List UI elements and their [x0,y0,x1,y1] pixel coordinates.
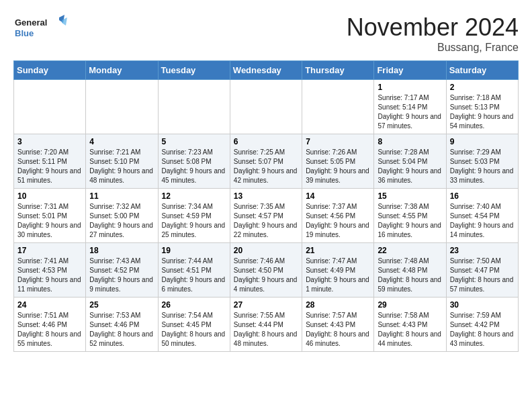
day-info: Sunrise: 7:58 AM Sunset: 4:43 PM Dayligh… [378,311,442,349]
day-number: 26 [162,300,226,310]
day-number: 20 [234,246,298,255]
day-cell: 26Sunrise: 7:54 AM Sunset: 4:45 PM Dayli… [158,298,230,352]
svg-text:Blue: Blue [15,28,34,38]
month-title: November 2024 [347,13,519,42]
week-row-5: 24Sunrise: 7:51 AM Sunset: 4:46 PM Dayli… [14,298,519,352]
day-cell: 19Sunrise: 7:44 AM Sunset: 4:51 PM Dayli… [158,243,230,298]
day-cell: 5Sunrise: 7:23 AM Sunset: 5:08 PM Daylig… [158,134,230,189]
day-number: 4 [89,137,154,146]
day-number: 30 [450,300,515,310]
day-info: Sunrise: 7:50 AM Sunset: 4:47 PM Dayligh… [450,257,515,294]
week-row-1: 1Sunrise: 7:17 AM Sunset: 5:14 PM Daylig… [14,80,519,134]
weekday-header-wednesday: Wednesday [230,61,302,80]
day-info: Sunrise: 7:57 AM Sunset: 4:43 PM Dayligh… [306,311,370,349]
day-info: Sunrise: 7:46 AM Sunset: 4:50 PM Dayligh… [234,257,298,294]
day-info: Sunrise: 7:17 AM Sunset: 5:14 PM Dayligh… [378,93,442,131]
day-info: Sunrise: 7:20 AM Sunset: 5:11 PM Dayligh… [17,148,82,185]
day-info: Sunrise: 7:48 AM Sunset: 4:48 PM Dayligh… [378,257,442,294]
day-number: 21 [306,246,370,255]
day-info: Sunrise: 7:38 AM Sunset: 4:55 PM Dayligh… [378,202,442,240]
logo-svg: General Blue [13,13,67,44]
day-number: 16 [450,191,515,201]
week-row-4: 17Sunrise: 7:41 AM Sunset: 4:53 PM Dayli… [14,243,519,298]
day-cell: 21Sunrise: 7:47 AM Sunset: 4:49 PM Dayli… [302,243,374,298]
weekday-header-monday: Monday [86,61,158,80]
day-info: Sunrise: 7:34 AM Sunset: 4:59 PM Dayligh… [162,202,226,240]
day-number: 5 [162,137,226,146]
day-cell: 2Sunrise: 7:18 AM Sunset: 5:13 PM Daylig… [446,80,518,134]
day-number: 15 [378,191,442,201]
day-number: 29 [378,300,442,310]
weekday-header-saturday: Saturday [446,61,518,80]
day-info: Sunrise: 7:53 AM Sunset: 4:46 PM Dayligh… [89,311,154,349]
weekday-header-thursday: Thursday [302,61,374,80]
day-number: 1 [378,83,442,92]
day-number: 10 [17,191,82,201]
day-cell: 23Sunrise: 7:50 AM Sunset: 4:47 PM Dayli… [446,243,518,298]
day-info: Sunrise: 7:32 AM Sunset: 5:00 PM Dayligh… [89,202,154,240]
day-cell: 9Sunrise: 7:29 AM Sunset: 5:03 PM Daylig… [446,134,518,189]
day-info: Sunrise: 7:44 AM Sunset: 4:51 PM Dayligh… [162,257,226,294]
day-cell: 10Sunrise: 7:31 AM Sunset: 5:01 PM Dayli… [14,189,86,243]
day-cell: 8Sunrise: 7:28 AM Sunset: 5:04 PM Daylig… [374,134,446,189]
day-info: Sunrise: 7:43 AM Sunset: 4:52 PM Dayligh… [89,257,154,294]
day-number: 25 [89,300,154,310]
calendar-table: SundayMondayTuesdayWednesdayThursdayFrid… [13,60,519,352]
day-number: 6 [234,137,298,146]
day-info: Sunrise: 7:55 AM Sunset: 4:44 PM Dayligh… [234,311,298,349]
day-number: 3 [17,137,82,146]
day-info: Sunrise: 7:37 AM Sunset: 4:56 PM Dayligh… [306,202,370,240]
day-cell [14,80,86,134]
day-info: Sunrise: 7:23 AM Sunset: 5:08 PM Dayligh… [162,148,226,185]
page-header: General Blue November 2024 Bussang, Fran… [13,13,519,54]
day-info: Sunrise: 7:28 AM Sunset: 5:04 PM Dayligh… [378,148,442,185]
day-info: Sunrise: 7:35 AM Sunset: 4:57 PM Dayligh… [234,202,298,240]
day-info: Sunrise: 7:51 AM Sunset: 4:46 PM Dayligh… [17,311,82,349]
day-number: 18 [89,246,154,255]
day-info: Sunrise: 7:31 AM Sunset: 5:01 PM Dayligh… [17,202,82,240]
weekday-header-friday: Friday [374,61,446,80]
day-number: 24 [17,300,82,310]
logo: General Blue [13,13,67,44]
day-number: 7 [306,137,370,146]
day-cell: 14Sunrise: 7:37 AM Sunset: 4:56 PM Dayli… [302,189,374,243]
day-number: 22 [378,246,442,255]
day-cell: 13Sunrise: 7:35 AM Sunset: 4:57 PM Dayli… [230,189,302,243]
day-cell: 29Sunrise: 7:58 AM Sunset: 4:43 PM Dayli… [374,298,446,352]
day-cell: 28Sunrise: 7:57 AM Sunset: 4:43 PM Dayli… [302,298,374,352]
day-info: Sunrise: 7:29 AM Sunset: 5:03 PM Dayligh… [450,148,515,185]
day-info: Sunrise: 7:40 AM Sunset: 4:54 PM Dayligh… [450,202,515,240]
day-cell [230,80,302,134]
day-number: 17 [17,246,82,255]
day-cell: 20Sunrise: 7:46 AM Sunset: 4:50 PM Dayli… [230,243,302,298]
day-cell: 17Sunrise: 7:41 AM Sunset: 4:53 PM Dayli… [14,243,86,298]
day-cell: 22Sunrise: 7:48 AM Sunset: 4:48 PM Dayli… [374,243,446,298]
day-number: 28 [306,300,370,310]
day-cell [302,80,374,134]
day-cell: 3Sunrise: 7:20 AM Sunset: 5:11 PM Daylig… [14,134,86,189]
weekday-header-tuesday: Tuesday [158,61,230,80]
day-info: Sunrise: 7:25 AM Sunset: 5:07 PM Dayligh… [234,148,298,185]
day-number: 9 [450,137,515,146]
day-info: Sunrise: 7:59 AM Sunset: 4:42 PM Dayligh… [450,311,515,349]
day-cell [86,80,158,134]
week-row-2: 3Sunrise: 7:20 AM Sunset: 5:11 PM Daylig… [14,134,519,189]
day-cell: 12Sunrise: 7:34 AM Sunset: 4:59 PM Dayli… [158,189,230,243]
day-number: 11 [89,191,154,201]
day-cell: 7Sunrise: 7:26 AM Sunset: 5:05 PM Daylig… [302,134,374,189]
day-info: Sunrise: 7:18 AM Sunset: 5:13 PM Dayligh… [450,93,515,131]
day-info: Sunrise: 7:54 AM Sunset: 4:45 PM Dayligh… [162,311,226,349]
day-cell: 30Sunrise: 7:59 AM Sunset: 4:42 PM Dayli… [446,298,518,352]
day-cell: 27Sunrise: 7:55 AM Sunset: 4:44 PM Dayli… [230,298,302,352]
day-cell: 25Sunrise: 7:53 AM Sunset: 4:46 PM Dayli… [86,298,158,352]
day-cell: 15Sunrise: 7:38 AM Sunset: 4:55 PM Dayli… [374,189,446,243]
day-cell: 16Sunrise: 7:40 AM Sunset: 4:54 PM Dayli… [446,189,518,243]
day-cell: 24Sunrise: 7:51 AM Sunset: 4:46 PM Dayli… [14,298,86,352]
day-number: 19 [162,246,226,255]
day-info: Sunrise: 7:26 AM Sunset: 5:05 PM Dayligh… [306,148,370,185]
title-block: November 2024 Bussang, France [347,13,519,54]
day-cell: 6Sunrise: 7:25 AM Sunset: 5:07 PM Daylig… [230,134,302,189]
day-info: Sunrise: 7:47 AM Sunset: 4:49 PM Dayligh… [306,257,370,294]
svg-text:General: General [15,17,47,28]
day-number: 23 [450,246,515,255]
